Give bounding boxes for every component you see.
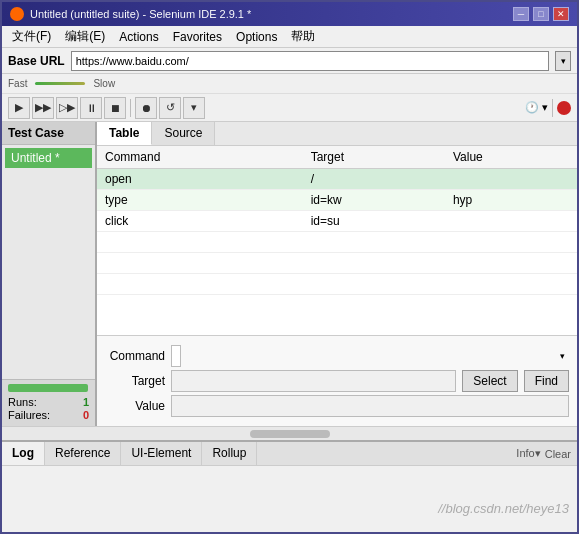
left-panel-bottom: Runs: 1 Failures: 0 bbox=[2, 379, 95, 426]
log-tab-reference[interactable]: Reference bbox=[45, 442, 121, 465]
slow-label: Slow bbox=[93, 78, 115, 89]
tab-source[interactable]: Source bbox=[152, 122, 215, 145]
table-row-empty bbox=[97, 232, 577, 253]
watermark-text: //blog.csdn.net/heye13 bbox=[438, 501, 569, 516]
col-command: Command bbox=[97, 146, 303, 169]
toolbar: ▶ ▶▶ ▷▶ ⏸ ⏹ ⏺ ↺ ▾ 🕐 ▾ bbox=[2, 94, 577, 122]
title-bar-left: Untitled (untitled suite) - Selenium IDE… bbox=[10, 7, 251, 21]
value-input[interactable] bbox=[171, 395, 569, 417]
horizontal-scrollbar[interactable] bbox=[250, 430, 330, 438]
cell-command: click bbox=[97, 211, 303, 232]
command-select-wrapper: ▾ bbox=[171, 345, 569, 367]
info-dropdown-button[interactable]: Info▾ bbox=[516, 447, 540, 460]
table-row[interactable]: open / bbox=[97, 169, 577, 190]
cell-value bbox=[445, 211, 577, 232]
base-url-bar: Base URL ▾ bbox=[2, 48, 577, 74]
cell-target: / bbox=[303, 169, 445, 190]
command-label: Command bbox=[105, 349, 165, 363]
right-panel: Table Source Command Target Value open / bbox=[97, 122, 577, 426]
menu-actions[interactable]: Actions bbox=[113, 28, 164, 46]
minimize-button[interactable]: ─ bbox=[513, 7, 529, 21]
clear-button[interactable]: Clear bbox=[545, 448, 571, 460]
cell-value: hyp bbox=[445, 190, 577, 211]
clock-icon: 🕐 bbox=[525, 101, 539, 114]
failures-row: Failures: 0 bbox=[8, 409, 89, 421]
menu-file[interactable]: 文件(F) bbox=[6, 26, 57, 47]
runs-label: Runs: bbox=[8, 396, 37, 408]
log-tab-rollup[interactable]: Rollup bbox=[202, 442, 257, 465]
title-bar: Untitled (untitled suite) - Selenium IDE… bbox=[2, 2, 577, 26]
value-row: Value bbox=[105, 395, 569, 417]
table-row[interactable]: click id=su bbox=[97, 211, 577, 232]
runs-row: Runs: 1 bbox=[8, 396, 89, 408]
command-table-container: Command Target Value open / type id=kw h… bbox=[97, 146, 577, 335]
pause-button[interactable]: ⏸ bbox=[80, 97, 102, 119]
stop-button[interactable]: ⏹ bbox=[104, 97, 126, 119]
cell-command: open bbox=[97, 169, 303, 190]
log-tab-log[interactable]: Log bbox=[2, 442, 45, 465]
log-panel: Log Reference UI-Element Rollup Info▾ Cl… bbox=[2, 440, 577, 520]
runs-value: 1 bbox=[83, 396, 89, 408]
test-case-header: Test Case bbox=[2, 122, 95, 145]
log-tab-bar: Log Reference UI-Element Rollup Info▾ Cl… bbox=[2, 442, 577, 466]
failures-value: 0 bbox=[83, 409, 89, 421]
maximize-button[interactable]: □ bbox=[533, 7, 549, 21]
target-input[interactable] bbox=[171, 370, 456, 392]
test-case-list: Untitled * bbox=[2, 145, 95, 379]
command-editor: Command ▾ Target Select Find Value bbox=[97, 335, 577, 426]
col-target: Target bbox=[303, 146, 445, 169]
col-value: Value bbox=[445, 146, 577, 169]
table-row[interactable]: type id=kw hyp bbox=[97, 190, 577, 211]
select-button[interactable]: Select bbox=[462, 370, 517, 392]
menu-help[interactable]: 帮助 bbox=[285, 26, 321, 47]
log-tab-spacer bbox=[257, 442, 510, 465]
cell-command: type bbox=[97, 190, 303, 211]
command-row: Command ▾ bbox=[105, 345, 569, 367]
test-case-item[interactable]: Untitled * bbox=[5, 148, 92, 168]
table-row-empty bbox=[97, 274, 577, 295]
play-all-button[interactable]: ▶▶ bbox=[32, 97, 54, 119]
tab-table[interactable]: Table bbox=[97, 122, 152, 145]
menu-options[interactable]: Options bbox=[230, 28, 283, 46]
base-url-input[interactable] bbox=[71, 51, 549, 71]
command-select[interactable] bbox=[171, 345, 181, 367]
find-button[interactable]: Find bbox=[524, 370, 569, 392]
cell-target: id=kw bbox=[303, 190, 445, 211]
command-table: Command Target Value open / type id=kw h… bbox=[97, 146, 577, 295]
log-content: //blog.csdn.net/heye13 bbox=[2, 466, 577, 520]
speed-slider[interactable] bbox=[35, 82, 85, 85]
select-arrow-icon: ▾ bbox=[560, 351, 565, 361]
window-title: Untitled (untitled suite) - Selenium IDE… bbox=[30, 8, 251, 20]
main-content: Test Case Untitled * Runs: 1 Failures: 0… bbox=[2, 122, 577, 426]
base-url-label: Base URL bbox=[8, 54, 65, 68]
fast-label: Fast bbox=[8, 78, 27, 89]
clock-dropdown[interactable]: ▾ bbox=[542, 101, 548, 114]
record-button[interactable]: ⏺ bbox=[135, 97, 157, 119]
table-row-empty bbox=[97, 253, 577, 274]
refresh-button[interactable]: ↺ bbox=[159, 97, 181, 119]
play-sel-button[interactable]: ▷▶ bbox=[56, 97, 78, 119]
log-tab-right: Info▾ Clear bbox=[510, 442, 577, 465]
menu-edit[interactable]: 编辑(E) bbox=[59, 26, 111, 47]
play-button[interactable]: ▶ bbox=[8, 97, 30, 119]
dropdown-button[interactable]: ▾ bbox=[183, 97, 205, 119]
cell-target: id=su bbox=[303, 211, 445, 232]
menu-favorites[interactable]: Favorites bbox=[167, 28, 228, 46]
target-row: Target Select Find bbox=[105, 370, 569, 392]
record-indicator bbox=[557, 101, 571, 115]
log-tab-ui-element[interactable]: UI-Element bbox=[121, 442, 202, 465]
tab-bar: Table Source bbox=[97, 122, 577, 146]
left-panel: Test Case Untitled * Runs: 1 Failures: 0 bbox=[2, 122, 97, 426]
base-url-dropdown[interactable]: ▾ bbox=[555, 51, 571, 71]
toolbar-sep1 bbox=[130, 99, 131, 117]
scroll-area bbox=[2, 426, 577, 440]
target-label: Target bbox=[105, 374, 165, 388]
toolbar-sep2 bbox=[552, 99, 553, 117]
runs-progress-bar bbox=[8, 384, 88, 392]
speed-bar: Fast Slow bbox=[2, 74, 577, 94]
title-bar-controls: ─ □ ✕ bbox=[513, 7, 569, 21]
toolbar-clock: 🕐 ▾ bbox=[525, 101, 548, 114]
app-icon bbox=[10, 7, 24, 21]
close-button[interactable]: ✕ bbox=[553, 7, 569, 21]
cell-value bbox=[445, 169, 577, 190]
